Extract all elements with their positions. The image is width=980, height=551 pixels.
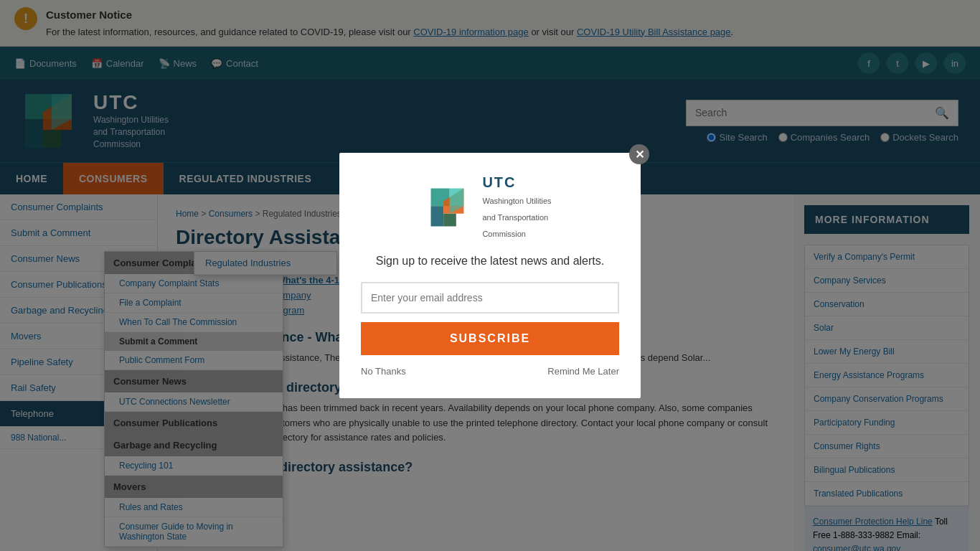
modal-links: No Thanks Remind Me Later — [361, 366, 619, 377]
modal-overlay[interactable]: ✕ UTC Washington Utilitiesand Transporta… — [0, 0, 980, 551]
modal-logo-graphic — [428, 186, 471, 229]
remind-later-link[interactable]: Remind Me Later — [547, 366, 619, 377]
subscribe-modal: ✕ UTC Washington Utilitiesand Transporta… — [339, 153, 641, 398]
svg-marker-7 — [431, 206, 444, 226]
modal-org-name: UTC Washington Utilitiesand Transportati… — [482, 174, 551, 240]
svg-marker-9 — [450, 189, 464, 207]
modal-title: Sign up to receive the latest news and a… — [361, 255, 619, 268]
modal-close-button[interactable]: ✕ — [629, 144, 649, 164]
modal-logo: UTC Washington Utilitiesand Transportati… — [361, 174, 619, 240]
no-thanks-link[interactable]: No Thanks — [361, 366, 406, 377]
modal-subscribe-button[interactable]: SUBSCRIBE — [361, 322, 619, 355]
svg-marker-10 — [444, 214, 457, 227]
modal-email-input[interactable] — [361, 282, 619, 314]
